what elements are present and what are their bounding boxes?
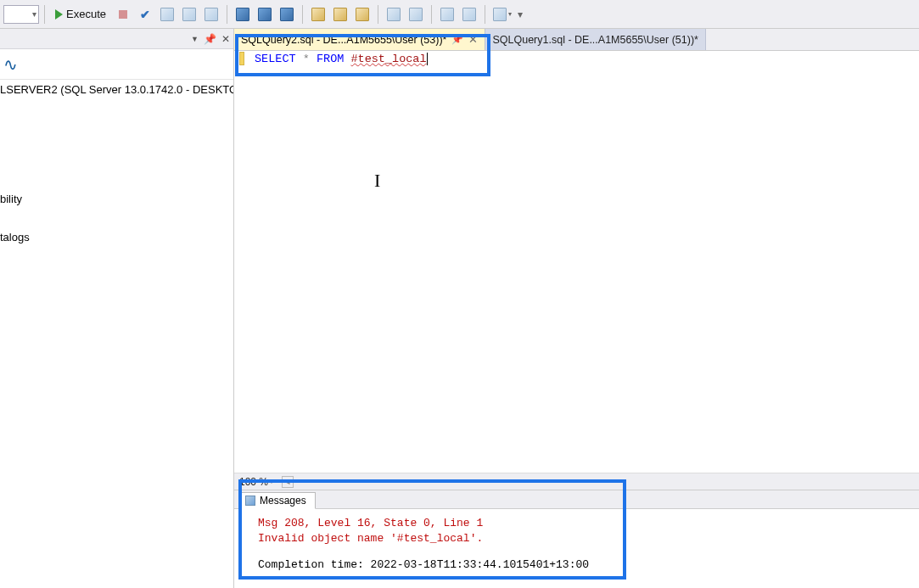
stats2-icon xyxy=(333,8,347,21)
star-token: * xyxy=(303,53,310,65)
toolbar-button[interactable] xyxy=(179,4,199,25)
keyword-select: SELECT xyxy=(255,53,296,65)
server-node[interactable]: LSERVER2 (SQL Server 13.0.1742.0 - DESKT… xyxy=(0,80,233,99)
code-line: SELECT * FROM #test_local xyxy=(234,51,919,66)
editor-footer-bar: 100 % ▾ ◂ xyxy=(234,473,919,490)
scroll-left-button[interactable]: ◂ xyxy=(282,476,294,488)
separator xyxy=(378,5,378,24)
stats-icon xyxy=(311,8,325,21)
messages-body[interactable]: Msg 208, Level 16, State 0, Line 1 Inval… xyxy=(234,509,919,588)
keyword-from: FROM xyxy=(317,53,344,65)
database-combo[interactable]: ▾ xyxy=(3,5,39,24)
toolbar-button[interactable]: ▾ xyxy=(490,4,514,25)
pin-icon[interactable]: 📌 xyxy=(204,34,216,44)
outdent-button[interactable] xyxy=(406,4,426,25)
connect-icon[interactable]: ∿ xyxy=(3,54,18,75)
stop-button[interactable] xyxy=(113,4,133,25)
object-name-token: #test_local xyxy=(350,53,426,65)
uncomment-icon xyxy=(462,8,476,21)
misc-icon xyxy=(493,8,507,21)
execute-label: Execute xyxy=(66,8,106,20)
messages-icon xyxy=(245,496,255,506)
parse-button[interactable]: ✔ xyxy=(135,4,155,25)
tab-messages[interactable]: Messages xyxy=(239,492,316,509)
comment-icon xyxy=(440,8,454,21)
messages-tab-strip: Messages xyxy=(234,490,919,509)
grid2-icon xyxy=(182,8,196,21)
tab-label: SQLQuery2.sql - DE...A1M5655\User (53))* xyxy=(241,34,446,46)
separator xyxy=(227,5,227,24)
stop-icon xyxy=(119,10,127,19)
change-marker-icon xyxy=(239,52,244,65)
toolbar-button[interactable] xyxy=(255,4,275,25)
chevron-down-icon[interactable]: ▼ xyxy=(191,35,199,43)
plan2-icon xyxy=(258,8,272,21)
sqlcmd-icon xyxy=(280,8,294,21)
indent-icon xyxy=(387,8,401,21)
tab-label: SQLQuery1.sql - DE...A1M5655\User (51))* xyxy=(492,34,698,46)
check-icon: ✔ xyxy=(140,8,150,21)
error-line: Invalid object name '#test_local'. xyxy=(258,531,909,546)
outdent-icon xyxy=(409,8,423,21)
execute-button[interactable]: Execute xyxy=(50,4,111,25)
document-tab-strip: SQLQuery2.sql - DE...A1M5655\User (53))*… xyxy=(234,29,919,51)
toolbar-button[interactable] xyxy=(330,4,350,25)
plan-icon xyxy=(236,8,249,21)
toolbar-button[interactable] xyxy=(352,4,373,25)
messages-panel: Messages Msg 208, Level 16, State 0, Lin… xyxy=(234,490,919,588)
tab-sqlquery2[interactable]: SQLQuery2.sql - DE...A1M5655\User (53))*… xyxy=(234,29,485,50)
main-area: SQLQuery2.sql - DE...A1M5655\User (53))*… xyxy=(234,29,919,588)
zoom-level: 100 % xyxy=(239,476,268,488)
error-line: Msg 208, Level 16, State 0, Line 1 xyxy=(258,516,909,531)
tab-sqlquery1[interactable]: SQLQuery1.sql - DE...A1M5655\User (51))* xyxy=(485,29,705,50)
separator xyxy=(431,5,432,24)
pin-icon[interactable]: 📌 xyxy=(451,34,463,45)
toolbar-button[interactable] xyxy=(157,4,177,25)
chevron-down-icon: ▾ xyxy=(270,478,273,485)
chevron-down-icon: ▾ xyxy=(508,10,512,18)
text-cursor-icon: I xyxy=(374,170,380,192)
separator xyxy=(302,5,303,24)
tree-node[interactable]: bility xyxy=(0,189,233,209)
sql-editor[interactable]: SELECT * FROM #test_local I xyxy=(234,51,919,473)
play-icon xyxy=(55,9,63,20)
toolbar-button[interactable] xyxy=(308,4,328,25)
comment-button[interactable] xyxy=(437,4,457,25)
stats3-icon xyxy=(356,8,369,21)
toolbar-overflow[interactable]: ▾ xyxy=(516,8,525,20)
object-explorer-panel: ▼ 📌 ✕ ∿ LSERVER2 (SQL Server 13.0.1742.0… xyxy=(0,29,234,588)
results-icon xyxy=(205,8,218,21)
indent-button[interactable] xyxy=(384,4,404,25)
close-icon[interactable]: ✕ xyxy=(221,34,230,44)
toolbar-button[interactable] xyxy=(201,4,221,25)
tree-node[interactable]: talogs xyxy=(0,227,233,247)
toolbar-button[interactable] xyxy=(233,4,253,25)
separator xyxy=(485,5,485,24)
separator xyxy=(44,5,45,24)
text-caret xyxy=(427,53,428,65)
toolbar-button[interactable] xyxy=(277,4,297,25)
messages-tab-label: Messages xyxy=(260,495,306,507)
zoom-combo[interactable]: 100 % ▾ xyxy=(239,476,273,488)
object-explorer-header: ▼ 📌 ✕ xyxy=(0,29,233,49)
close-icon[interactable]: ✕ xyxy=(468,34,478,45)
completion-line: Completion time: 2022-03-18T11:33:44.101… xyxy=(258,557,909,573)
uncomment-button[interactable] xyxy=(459,4,479,25)
main-toolbar: ▾ Execute ✔ ▾ ▾ xyxy=(0,0,919,29)
grid-icon xyxy=(160,8,174,21)
object-explorer-toolbar: ∿ xyxy=(0,49,233,80)
